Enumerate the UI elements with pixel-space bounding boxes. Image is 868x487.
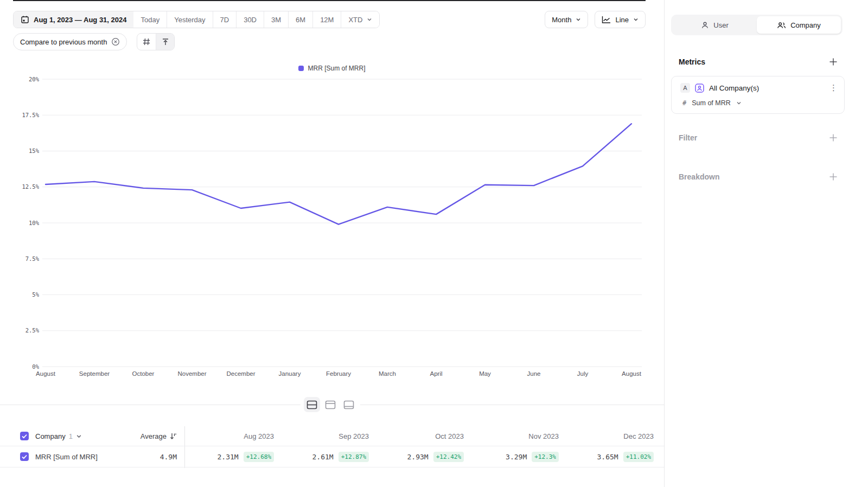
- tab-company-label: Company: [790, 21, 821, 29]
- preset-6m-button[interactable]: 6M: [288, 11, 312, 28]
- metrics-heading: Metrics: [679, 57, 705, 66]
- window-icon: [343, 400, 354, 409]
- preset-yesterday-button[interactable]: Yesterday: [167, 11, 212, 28]
- chevron-down-icon: [736, 100, 742, 106]
- delta-badge: +11.02%: [623, 452, 654, 462]
- metric-card-title-row: A All Company(s): [680, 83, 759, 93]
- chart-option-buttons: [137, 33, 175, 50]
- aggregation-selector[interactable]: # Sum of MRR: [682, 99, 742, 107]
- chevron-down-icon: [367, 17, 372, 22]
- preset-buttons: TodayYesterday7D30D3M6M12M: [133, 11, 341, 28]
- value-cell: 3.65M+11.02%: [564, 452, 659, 462]
- svg-text:June: June: [527, 370, 541, 377]
- svg-text:November: November: [177, 370, 206, 377]
- column-header[interactable]: Sep 2023: [279, 432, 374, 440]
- chart-type-label: Line: [615, 16, 629, 24]
- add-breakdown-button[interactable]: [829, 172, 838, 181]
- svg-text:April: April: [430, 370, 442, 377]
- table-row[interactable]: MRR [Sum of MRR] 4.9M 2.31M+12.68%2.61M+…: [0, 446, 664, 467]
- config-sidebar: User Company Metrics A All Company(s) ⋮ …: [664, 0, 868, 487]
- month-value-cells: 2.31M+12.68%2.61M+12.87%2.93M+12.42%3.29…: [184, 452, 662, 462]
- average-header[interactable]: Average: [116, 432, 177, 440]
- date-range-group: Aug 1, 2023 — Aug 31, 2024 TodayYesterda…: [13, 11, 380, 28]
- compare-chip-label: Compare to previous month: [20, 38, 107, 46]
- svg-text:December: December: [226, 370, 255, 377]
- calendar-icon: [21, 15, 29, 24]
- split-horizontal-icon: [307, 400, 317, 409]
- value-cell: 2.31M+12.68%: [184, 452, 279, 462]
- delta-badge: +12.68%: [244, 452, 274, 462]
- svg-text:7.5%: 7.5%: [25, 255, 40, 262]
- split-top-icon: [325, 400, 336, 409]
- tab-user-label: User: [713, 21, 728, 29]
- layout-chart-top-button[interactable]: [322, 397, 339, 412]
- number-type-icon: #: [682, 99, 686, 107]
- granularity-button[interactable]: Month: [545, 11, 588, 28]
- layout-split-button[interactable]: [304, 397, 320, 412]
- preset-today-button[interactable]: Today: [133, 11, 167, 28]
- cell-value: 2.31M: [218, 453, 239, 461]
- entity-tabs: User Company: [671, 15, 843, 35]
- svg-text:July: July: [577, 370, 589, 377]
- delta-badge: +12.87%: [339, 452, 369, 462]
- preset-7d-button[interactable]: 7D: [213, 11, 237, 28]
- svg-text:March: March: [379, 370, 396, 377]
- group-selector[interactable]: Company 1: [35, 432, 82, 440]
- compare-chip[interactable]: Compare to previous month: [13, 33, 127, 50]
- mrr-line-chart[interactable]: 0%2.5%5%7.5%10%12.5%15%17.5%20%AugustSep…: [0, 76, 664, 383]
- metric-row-checkbox[interactable]: [20, 452, 29, 461]
- svg-text:February: February: [326, 370, 351, 377]
- chevron-down-icon: [76, 433, 82, 439]
- add-filter-button[interactable]: [829, 133, 838, 142]
- align-top-icon: [161, 37, 170, 46]
- legend-swatch: [298, 66, 304, 71]
- average-value: 4.9M: [116, 453, 177, 461]
- main-panel: Aug 1, 2023 — Aug 31, 2024 TodayYesterda…: [0, 0, 664, 487]
- svg-text:September: September: [79, 370, 110, 377]
- company-checkbox[interactable]: [20, 432, 29, 440]
- legend-label: MRR [Sum of MRR]: [308, 65, 365, 72]
- check-icon: [22, 434, 27, 439]
- remove-compare-icon[interactable]: [111, 37, 120, 46]
- align-top-toggle-button[interactable]: [156, 34, 174, 50]
- metric-entity-name: All Company(s): [709, 84, 759, 92]
- preset-30d-button[interactable]: 30D: [236, 11, 264, 28]
- date-range-label: Aug 1, 2023 — Aug 31, 2024: [34, 16, 126, 24]
- preset-12m-button[interactable]: 12M: [312, 11, 341, 28]
- value-cell: 2.93M+12.42%: [374, 452, 469, 462]
- column-header[interactable]: Aug 2023: [184, 432, 279, 440]
- average-label: Average: [141, 432, 167, 440]
- svg-text:0%: 0%: [32, 363, 39, 370]
- tab-user[interactable]: User: [673, 16, 757, 34]
- date-toolbar: Aug 1, 2023 — Aug 31, 2024 TodayYesterda…: [13, 11, 380, 28]
- column-header[interactable]: Dec 2023: [564, 432, 659, 440]
- column-header[interactable]: Nov 2023: [469, 432, 564, 440]
- value-cell: 2.61M+12.87%: [279, 452, 374, 462]
- preset-3m-button[interactable]: 3M: [264, 11, 288, 28]
- delta-badge: +12.3%: [532, 452, 559, 462]
- svg-text:August: August: [36, 370, 56, 377]
- cell-value: 2.61M: [312, 453, 334, 461]
- metric-menu-button[interactable]: ⋮: [829, 83, 838, 93]
- svg-text:12.5%: 12.5%: [22, 183, 39, 190]
- layout-full-button[interactable]: [341, 397, 357, 412]
- tab-company[interactable]: Company: [757, 16, 841, 34]
- cell-value: 3.65M: [597, 453, 618, 461]
- top-border: [13, 0, 646, 1]
- group-label: Company: [35, 432, 66, 440]
- preset-xtd-button[interactable]: XTD: [341, 11, 379, 28]
- metric-row-label: MRR [Sum of MRR]: [35, 453, 98, 461]
- grid-toggle-button[interactable]: [137, 34, 156, 50]
- date-range-button[interactable]: Aug 1, 2023 — Aug 31, 2024: [14, 11, 133, 28]
- layout-switcher: [301, 396, 360, 413]
- svg-text:May: May: [479, 370, 491, 377]
- chevron-down-icon: [633, 17, 639, 22]
- sort-icon: [169, 432, 177, 440]
- svg-text:10%: 10%: [29, 220, 40, 226]
- svg-text:17.5%: 17.5%: [22, 112, 39, 118]
- metric-card[interactable]: A All Company(s) ⋮ # Sum of MRR: [671, 76, 845, 114]
- chart-type-button[interactable]: Line: [595, 11, 646, 28]
- add-metric-button[interactable]: [829, 57, 838, 66]
- check-icon: [22, 454, 27, 459]
- column-header[interactable]: Oct 2023: [374, 432, 469, 440]
